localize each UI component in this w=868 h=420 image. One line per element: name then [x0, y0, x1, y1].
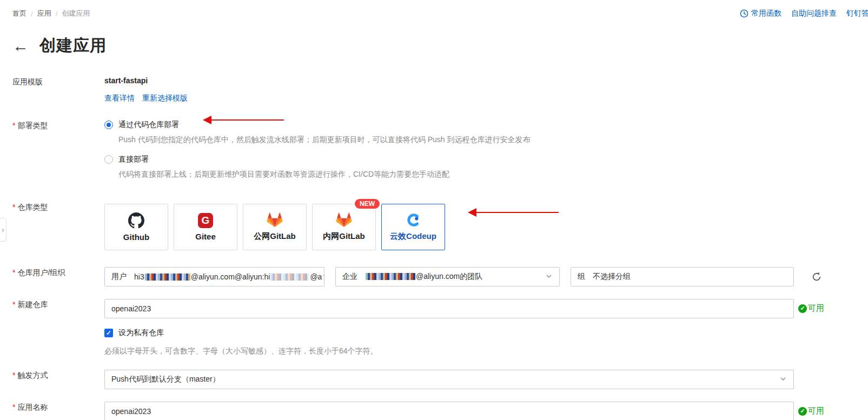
new-repo-hint: 必须以字母开头，可含数字、字母（大小写敏感）、连字符，长度小于64个字符。	[104, 346, 868, 356]
repo-group-value: 不选择分组	[593, 272, 631, 282]
repo-card-gitee[interactable]: G Gitee	[174, 204, 237, 250]
radio-repo-deploy-desc: Push 代码到您指定的代码仓库中，然后触发流水线部署；后期更新项目时，可以直接…	[118, 135, 868, 145]
app-name-input[interactable]	[104, 402, 794, 420]
annotation-arrow-codeup	[472, 212, 559, 213]
repo-type-cards: Github G Gitee	[104, 204, 868, 250]
breadcrumb-separator: /	[31, 10, 33, 18]
topbar-links: 常用函数 自助问题排查 钉钉答疑	[740, 9, 868, 18]
repo-card-github[interactable]: Github	[104, 204, 168, 250]
breadcrumb-current: 创建应用	[62, 9, 90, 18]
common-functions-link[interactable]: 常用函数	[740, 9, 781, 18]
redacted-text	[270, 274, 309, 281]
repo-card-gitee-label: Gitee	[195, 232, 216, 241]
annotation-arrow-deploy-type	[207, 119, 284, 121]
repo-card-private-gitlab[interactable]: NEW 内网GitLab	[312, 204, 376, 250]
deploy-type-row: *部署类型 通过代码仓库部署 Push 代码到您指定的代码仓库中，然后触发流水线…	[12, 120, 868, 189]
trigger-row: *触发方式 Push代码到默认分支（master）	[12, 370, 868, 389]
chevron-down-icon	[779, 375, 787, 384]
repo-user-select[interactable]: 用户 hi3@aliyun.com@aliyun:hi@a	[104, 267, 324, 286]
radio-direct-deploy-label[interactable]: 直接部署	[118, 155, 149, 164]
deploy-type-label: *部署类型	[12, 120, 104, 189]
new-badge: NEW	[355, 199, 380, 209]
create-app-page: 首页 / 应用 / 创建应用 常用函数 自助问题排查 钉钉答疑 ← 创建应用 应…	[0, 0, 868, 420]
create-app-form: 应用模版 start-fastapi 查看详情 重新选择模版 *部署类型 通过代…	[12, 76, 868, 420]
common-functions-label: 常用函数	[751, 9, 781, 18]
gitlab-icon	[267, 212, 283, 228]
back-arrow-icon[interactable]: ←	[12, 38, 29, 54]
repo-type-label: *仓库类型	[12, 202, 104, 250]
page-title: 创建应用	[39, 35, 107, 57]
required-asterisk: *	[12, 268, 15, 277]
required-asterisk: *	[12, 403, 15, 411]
trigger-value: Push代码到默认分支（master）	[111, 375, 220, 384]
required-asterisk: *	[12, 121, 15, 130]
availability-badge: ✓ 可用	[798, 406, 824, 416]
app-name-label: *应用名称	[12, 402, 104, 420]
clock-icon	[740, 9, 748, 18]
codeup-icon	[406, 212, 421, 228]
breadcrumb-apps[interactable]: 应用	[37, 9, 51, 18]
radio-direct-deploy[interactable]	[104, 155, 113, 164]
new-repo-row: *新建仓库 ✓ 可用 ✓ 设为私有仓库 必须以字母开头，可含数字、字母（大小写敏…	[12, 299, 868, 356]
repo-group-select[interactable]: 组 不选择分组	[571, 267, 794, 286]
repo-owner-row: *仓库用户/组织 用户 hi3@aliyun.com@aliyun:hi@a 企…	[12, 267, 868, 286]
availability-badge: ✓ 可用	[798, 303, 824, 314]
check-circle-icon: ✓	[798, 304, 807, 313]
trigger-label: *触发方式	[12, 370, 104, 389]
chevron-right-icon: ›	[2, 225, 4, 234]
self-troubleshoot-label: 自助问题排查	[791, 9, 837, 18]
template-name: start-fastapi	[104, 76, 868, 85]
private-repo-checkbox[interactable]: ✓	[104, 329, 113, 337]
chevron-down-icon	[545, 272, 553, 282]
repo-user-value: hi3@aliyun.com@aliyun:hi@a	[134, 272, 322, 281]
dingtalk-support-link[interactable]: 钉钉答疑	[846, 9, 868, 18]
refresh-icon	[811, 271, 822, 282]
repo-org-value: @aliyun.com的团队	[365, 272, 482, 282]
repo-card-public-gitlab[interactable]: 公网GitLab	[243, 204, 307, 250]
check-circle-icon: ✓	[798, 407, 807, 416]
required-asterisk: *	[12, 300, 15, 309]
availability-label: 可用	[808, 406, 824, 416]
deploy-option-direct: 直接部署 代码将直接部署上线；后期更新维护项目需要对函数等资源进行操作，CI/C…	[104, 155, 868, 179]
redacted-text	[145, 274, 190, 281]
chevron-down-icon	[322, 272, 324, 282]
required-asterisk: *	[12, 371, 15, 379]
template-label: 应用模版	[12, 76, 104, 103]
repo-card-codeup-label: 云效Codeup	[390, 231, 436, 242]
repo-card-github-label: Github	[123, 232, 149, 242]
side-panel-expand-handle[interactable]: ›	[0, 218, 6, 242]
new-repo-input[interactable]	[104, 299, 794, 318]
app-name-row: *应用名称 ✓ 可用 必须以字母开头，可含数字、字母（大小写敏感）、连字符，长度…	[12, 402, 868, 420]
reselect-template-link[interactable]: 重新选择模版	[142, 94, 188, 103]
repo-user-select-prefix: 用户	[111, 272, 127, 282]
repo-org-select[interactable]: 企业 @aliyun.com的团队	[335, 267, 560, 286]
self-troubleshoot-link[interactable]: 自助问题排查	[791, 9, 837, 18]
breadcrumb-separator: /	[56, 10, 58, 18]
redacted-text	[366, 273, 415, 280]
breadcrumb-home[interactable]: 首页	[12, 9, 26, 18]
github-icon	[128, 212, 144, 229]
private-repo-checkbox-label[interactable]: 设为私有仓库	[118, 328, 164, 338]
gitee-icon: G	[198, 213, 213, 228]
radio-direct-deploy-desc: 代码将直接部署上线；后期更新维护项目需要对函数等资源进行操作，CI/CD等能力需…	[118, 170, 868, 179]
repo-card-public-gitlab-label: 公网GitLab	[254, 231, 296, 242]
repo-owner-label: *仓库用户/组织	[12, 267, 104, 286]
radio-repo-deploy-label[interactable]: 通过代码仓库部署	[118, 120, 179, 130]
dingtalk-support-label: 钉钉答疑	[846, 9, 868, 18]
required-asterisk: *	[12, 203, 15, 211]
trigger-select[interactable]: Push代码到默认分支（master）	[104, 370, 794, 389]
gitlab-icon	[336, 212, 352, 228]
template-row: 应用模版 start-fastapi 查看详情 重新选择模版	[12, 76, 868, 103]
repo-card-codeup[interactable]: 云效Codeup	[381, 204, 445, 250]
repo-group-select-prefix: 组	[578, 272, 585, 282]
availability-label: 可用	[808, 303, 824, 314]
new-repo-label: *新建仓库	[12, 299, 104, 356]
repo-type-row: *仓库类型 Github G Gitee	[12, 202, 868, 250]
deploy-option-repo: 通过代码仓库部署 Push 代码到您指定的代码仓库中，然后触发流水线部署；后期更…	[104, 120, 868, 145]
radio-repo-deploy[interactable]	[104, 121, 113, 129]
refresh-button[interactable]	[811, 271, 822, 282]
repo-org-select-prefix: 企业	[342, 272, 357, 282]
title-row: ← 创建应用	[12, 35, 868, 57]
repo-card-private-gitlab-label: 内网GitLab	[323, 231, 365, 242]
view-detail-link[interactable]: 查看详情	[104, 94, 135, 103]
